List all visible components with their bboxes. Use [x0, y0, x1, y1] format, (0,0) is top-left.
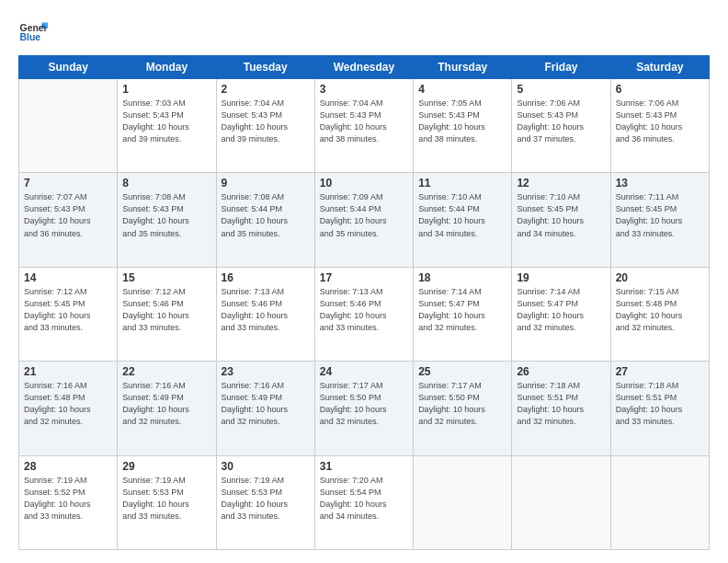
day-number: 22 — [122, 365, 210, 378]
calendar-cell: 19Sunrise: 7:14 AM Sunset: 5:47 PM Dayli… — [512, 267, 610, 361]
day-info: Sunrise: 7:04 AM Sunset: 5:43 PM Dayligh… — [222, 98, 310, 145]
day-info: Sunrise: 7:11 AM Sunset: 5:45 PM Dayligh… — [616, 191, 704, 239]
calendar-cell: 11Sunrise: 7:10 AM Sunset: 5:44 PM Dayli… — [414, 173, 512, 267]
day-info: Sunrise: 7:18 AM Sunset: 5:51 PM Dayligh… — [616, 380, 704, 428]
day-info: Sunrise: 7:06 AM Sunset: 5:43 PM Dayligh… — [616, 98, 704, 145]
weekday-header-row: SundayMondayTuesdayWednesdayThursdayFrid… — [19, 56, 710, 79]
calendar-cell: 27Sunrise: 7:18 AM Sunset: 5:51 PM Dayli… — [610, 362, 709, 455]
day-number: 26 — [517, 365, 605, 378]
week-row-5: 28Sunrise: 7:19 AM Sunset: 5:52 PM Dayli… — [19, 455, 710, 549]
calendar-cell: 10Sunrise: 7:09 AM Sunset: 5:44 PM Dayli… — [314, 173, 413, 267]
day-number: 17 — [320, 271, 408, 284]
calendar-cell: 20Sunrise: 7:15 AM Sunset: 5:48 PM Dayli… — [610, 267, 709, 361]
day-number: 30 — [222, 460, 310, 473]
calendar-cell: 26Sunrise: 7:18 AM Sunset: 5:51 PM Dayli… — [512, 362, 610, 455]
header: General Blue — [18, 17, 710, 46]
calendar-cell: 18Sunrise: 7:14 AM Sunset: 5:47 PM Dayli… — [414, 267, 512, 361]
calendar-cell: 12Sunrise: 7:10 AM Sunset: 5:45 PM Dayli… — [512, 173, 610, 267]
weekday-header-monday: Monday — [118, 56, 216, 79]
calendar-cell: 15Sunrise: 7:12 AM Sunset: 5:46 PM Dayli… — [118, 267, 216, 361]
day-number: 25 — [418, 365, 506, 378]
day-number: 5 — [517, 83, 605, 96]
day-number: 11 — [418, 177, 506, 190]
calendar-cell — [414, 455, 512, 549]
logo: General Blue — [18, 17, 51, 46]
week-row-4: 21Sunrise: 7:16 AM Sunset: 5:48 PM Dayli… — [19, 362, 710, 455]
day-number: 24 — [320, 365, 408, 378]
day-info: Sunrise: 7:16 AM Sunset: 5:48 PM Dayligh… — [24, 380, 112, 428]
day-number: 20 — [616, 271, 704, 284]
calendar-cell: 14Sunrise: 7:12 AM Sunset: 5:45 PM Dayli… — [19, 267, 118, 361]
day-info: Sunrise: 7:19 AM Sunset: 5:53 PM Dayligh… — [222, 475, 310, 523]
day-number: 7 — [24, 177, 112, 190]
day-number: 2 — [222, 83, 310, 96]
day-info: Sunrise: 7:06 AM Sunset: 5:43 PM Dayligh… — [517, 98, 605, 145]
calendar-cell: 8Sunrise: 7:08 AM Sunset: 5:43 PM Daylig… — [118, 173, 216, 267]
calendar-cell — [512, 455, 610, 549]
day-number: 23 — [222, 365, 310, 378]
svg-text:Blue: Blue — [20, 32, 41, 42]
day-info: Sunrise: 7:07 AM Sunset: 5:43 PM Dayligh… — [24, 191, 112, 239]
day-number: 12 — [517, 177, 605, 190]
day-info: Sunrise: 7:05 AM Sunset: 5:43 PM Dayligh… — [418, 98, 506, 145]
day-info: Sunrise: 7:12 AM Sunset: 5:45 PM Dayligh… — [24, 286, 112, 334]
calendar-cell: 5Sunrise: 7:06 AM Sunset: 5:43 PM Daylig… — [512, 79, 610, 173]
day-info: Sunrise: 7:17 AM Sunset: 5:50 PM Dayligh… — [320, 380, 408, 428]
calendar-cell: 23Sunrise: 7:16 AM Sunset: 5:49 PM Dayli… — [216, 362, 314, 455]
day-info: Sunrise: 7:04 AM Sunset: 5:43 PM Dayligh… — [320, 98, 408, 145]
day-info: Sunrise: 7:10 AM Sunset: 5:45 PM Dayligh… — [517, 191, 605, 239]
day-number: 10 — [320, 177, 408, 190]
calendar-cell — [610, 455, 709, 549]
day-number: 18 — [418, 271, 506, 284]
day-number: 9 — [222, 177, 310, 190]
calendar-cell: 9Sunrise: 7:08 AM Sunset: 5:44 PM Daylig… — [216, 173, 314, 267]
day-info: Sunrise: 7:14 AM Sunset: 5:47 PM Dayligh… — [517, 286, 605, 334]
day-info: Sunrise: 7:09 AM Sunset: 5:44 PM Dayligh… — [320, 191, 408, 239]
day-number: 29 — [122, 460, 210, 473]
calendar-cell: 13Sunrise: 7:11 AM Sunset: 5:45 PM Dayli… — [610, 173, 709, 267]
week-row-1: 1Sunrise: 7:03 AM Sunset: 5:43 PM Daylig… — [19, 79, 710, 173]
week-row-3: 14Sunrise: 7:12 AM Sunset: 5:45 PM Dayli… — [19, 267, 710, 361]
weekday-header-sunday: Sunday — [19, 56, 118, 79]
day-info: Sunrise: 7:13 AM Sunset: 5:46 PM Dayligh… — [222, 286, 310, 334]
calendar-cell: 7Sunrise: 7:07 AM Sunset: 5:43 PM Daylig… — [19, 173, 118, 267]
calendar-cell: 6Sunrise: 7:06 AM Sunset: 5:43 PM Daylig… — [610, 79, 709, 173]
day-info: Sunrise: 7:08 AM Sunset: 5:44 PM Dayligh… — [222, 191, 310, 239]
day-info: Sunrise: 7:19 AM Sunset: 5:53 PM Dayligh… — [122, 475, 210, 523]
logo-icon: General Blue — [18, 17, 48, 46]
calendar-cell: 1Sunrise: 7:03 AM Sunset: 5:43 PM Daylig… — [118, 79, 216, 173]
calendar-table: SundayMondayTuesdayWednesdayThursdayFrid… — [18, 55, 710, 550]
day-number: 15 — [122, 271, 210, 284]
day-info: Sunrise: 7:08 AM Sunset: 5:43 PM Dayligh… — [122, 191, 210, 239]
day-number: 13 — [616, 177, 704, 190]
day-info: Sunrise: 7:13 AM Sunset: 5:46 PM Dayligh… — [320, 286, 408, 334]
day-info: Sunrise: 7:20 AM Sunset: 5:54 PM Dayligh… — [320, 475, 408, 523]
calendar-cell: 28Sunrise: 7:19 AM Sunset: 5:52 PM Dayli… — [19, 455, 118, 549]
weekday-header-thursday: Thursday — [414, 56, 512, 79]
calendar-cell: 4Sunrise: 7:05 AM Sunset: 5:43 PM Daylig… — [414, 79, 512, 173]
weekday-header-saturday: Saturday — [610, 56, 709, 79]
calendar-cell: 17Sunrise: 7:13 AM Sunset: 5:46 PM Dayli… — [314, 267, 413, 361]
calendar-cell: 29Sunrise: 7:19 AM Sunset: 5:53 PM Dayli… — [118, 455, 216, 549]
day-number: 14 — [24, 271, 112, 284]
page: General Blue SundayMondayTuesdayWednesda… — [0, 0, 728, 563]
day-info: Sunrise: 7:03 AM Sunset: 5:43 PM Dayligh… — [122, 98, 210, 145]
calendar-cell: 3Sunrise: 7:04 AM Sunset: 5:43 PM Daylig… — [314, 79, 413, 173]
calendar-cell: 31Sunrise: 7:20 AM Sunset: 5:54 PM Dayli… — [314, 455, 413, 549]
day-info: Sunrise: 7:17 AM Sunset: 5:50 PM Dayligh… — [418, 380, 506, 428]
calendar-cell: 21Sunrise: 7:16 AM Sunset: 5:48 PM Dayli… — [19, 362, 118, 455]
day-number: 1 — [122, 83, 210, 96]
day-info: Sunrise: 7:14 AM Sunset: 5:47 PM Dayligh… — [418, 286, 506, 334]
day-info: Sunrise: 7:12 AM Sunset: 5:46 PM Dayligh… — [122, 286, 210, 334]
calendar-cell: 25Sunrise: 7:17 AM Sunset: 5:50 PM Dayli… — [414, 362, 512, 455]
day-number: 31 — [320, 460, 408, 473]
day-number: 21 — [24, 365, 112, 378]
calendar-cell: 22Sunrise: 7:16 AM Sunset: 5:49 PM Dayli… — [118, 362, 216, 455]
weekday-header-friday: Friday — [512, 56, 610, 79]
day-number: 28 — [24, 460, 112, 473]
day-info: Sunrise: 7:10 AM Sunset: 5:44 PM Dayligh… — [418, 191, 506, 239]
day-number: 19 — [517, 271, 605, 284]
calendar-cell: 30Sunrise: 7:19 AM Sunset: 5:53 PM Dayli… — [216, 455, 314, 549]
day-number: 8 — [122, 177, 210, 190]
day-info: Sunrise: 7:16 AM Sunset: 5:49 PM Dayligh… — [222, 380, 310, 428]
